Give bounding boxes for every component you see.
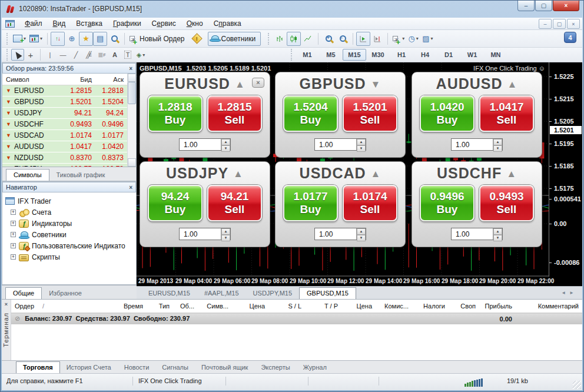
menu-insert[interactable]: Вставка [71,18,108,29]
column-comment[interactable]: Комментарий [516,300,582,313]
candlestick-button[interactable] [287,32,301,46]
column-ask[interactable]: Аск [95,76,127,83]
profiles-button[interactable]: ▾ [28,32,44,46]
spin-up-icon[interactable]: ▲ [357,228,366,235]
expand-icon[interactable] [11,243,16,248]
close-icon[interactable]: × [3,301,9,308]
sell-button[interactable]: 1.5201Sell [343,95,397,132]
column-symbol[interactable]: Симв... [198,300,232,313]
spin-up-icon[interactable]: ▲ [221,228,230,235]
new-order-button[interactable]: Новый Ордер [128,32,190,46]
buy-button[interactable]: 1.5204Buy [283,95,338,132]
column-commission[interactable]: Комис... [376,300,412,313]
tree-item-root[interactable]: IFX Trader [5,195,136,207]
column-sl[interactable]: S / L [268,300,305,313]
spin-down-icon[interactable]: ▼ [493,145,502,152]
timeframe-m15[interactable]: M15 [343,49,366,61]
terminal-toggle[interactable]: ▤ [93,32,107,46]
scrollbar-thumb[interactable] [128,82,136,104]
column-price2[interactable]: Цена [341,300,376,313]
bar-chart-button[interactable] [273,32,287,46]
timeframe-w1[interactable]: W1 [460,49,484,61]
spin-down-icon[interactable]: ▼ [221,235,230,241]
market-watch-toggle[interactable]: ↑↓ [51,32,65,46]
panel-title[interactable]: GBPUSD▼ [276,75,405,93]
chevron-down-icon[interactable]: ▾ [402,36,404,41]
notifications-badge[interactable]: 4 [564,32,576,43]
menu-file[interactable]: Файл [19,18,48,29]
timeframe-m1[interactable]: M1 [296,49,319,61]
resize-grip[interactable] [573,381,581,389]
column-taxes[interactable]: Налоги [412,300,449,313]
sell-button[interactable]: 1.0174Sell [343,185,397,221]
column-symbol[interactable]: Символ [2,76,61,83]
close-icon[interactable]: × [129,184,132,191]
menu-tools[interactable]: Сервис [147,18,181,29]
table-row[interactable]: ▼GBPUSD1.52011.5204 [2,97,127,108]
table-row[interactable]: ▼EURUSD1.28151.2818 [2,85,127,97]
tab-tick-chart[interactable]: Тиковый график [49,170,112,181]
tab-eurusd[interactable]: EURUSD,M15 [141,288,197,299]
horizontal-line-tool[interactable]: — [57,49,69,61]
timeframe-h4[interactable]: H4 [413,49,437,61]
table-row[interactable]: ▼USDCHF0.94930.9496 [2,119,127,130]
spin-down-icon[interactable]: ▼ [357,235,366,241]
tab-aapl[interactable]: #AAPL,M15 [197,288,246,299]
tab-experts[interactable]: Эксперты [254,362,296,373]
table-row[interactable]: ▼NZDUSD0.83700.8373 [2,152,127,164]
timeframe-d1[interactable]: D1 [437,49,460,61]
mdi-close-button[interactable]: × [567,19,580,29]
chevron-down-icon[interactable]: ▾ [142,52,145,58]
cursor-tool[interactable] [11,49,24,61]
volume-input[interactable]: 1.00▲▼ [179,138,231,151]
tab-gbpusd[interactable]: GBPUSD,M15 [299,287,356,299]
tab-usdjpy[interactable]: USDJPY,M15 [246,288,299,299]
arrows-tool[interactable]: ◈▾ [134,49,147,61]
trendline-tool[interactable]: ╱ [69,49,82,61]
text-label-tool[interactable]: T [121,49,134,61]
volume-input[interactable]: 1.00▲▼ [314,228,366,240]
strategy-tester-button[interactable] [107,32,121,46]
panel-title[interactable]: EURUSD▲ [140,75,270,93]
menu-window[interactable]: Окно [181,18,208,29]
spin-down-icon[interactable]: ▼ [221,145,230,152]
menu-view[interactable]: Вид [48,18,71,29]
tree-item-advisors[interactable]: Советники [5,229,136,240]
column-swap[interactable]: Своп [449,300,479,313]
buy-button[interactable]: 1.0420Buy [420,95,474,132]
column-price[interactable]: Цена [232,300,268,313]
column-tp[interactable]: T / P [305,300,341,313]
mdi-minimize-button[interactable]: – [539,19,552,29]
tree-item-indicators[interactable]: Индикаторы [5,218,136,229]
panel-title[interactable]: AUDUSD▲ [412,75,542,93]
close-icon[interactable]: × [129,65,132,72]
buy-button[interactable]: 1.2818Buy [148,95,203,132]
new-chart-button[interactable]: ▾ [11,32,28,46]
buy-button[interactable]: 0.9496Buy [420,185,474,221]
chart-area[interactable]: GBPUSD,M151.5203 1.5205 1.5189 1.5201 IF… [137,62,549,277]
smiley-icon[interactable]: ☺ [539,65,545,72]
minimize-button[interactable]: – [517,0,535,11]
buy-button[interactable]: 1.0177Buy [283,185,338,221]
tree-item-accounts[interactable]: Счета [5,207,136,218]
restore-button[interactable]: ▢ [535,0,552,11]
expand-icon[interactable] [11,254,16,260]
timeframe-mn[interactable]: MN [484,49,507,61]
chevron-down-icon[interactable]: ▾ [40,36,42,41]
chart-shift-button[interactable] [370,32,384,46]
volume-input[interactable]: 1.00▲▼ [314,138,366,151]
column-bid[interactable]: Бид [61,76,95,83]
text-tool[interactable]: A [108,49,121,61]
indicators-button[interactable]: ▾ [391,32,406,46]
table-row[interactable]: ▼USDJPY94.2194.24 [2,108,127,119]
metaeditor-button[interactable]: ! [190,32,204,46]
tree-item-custom-indicators[interactable]: Пользовательские Индикато [5,240,136,251]
sell-button[interactable]: 1.2815Sell [207,95,262,132]
spin-down-icon[interactable]: ▼ [493,235,502,241]
periods-button[interactable]: ◷▾ [406,32,420,46]
close-button[interactable]: × [553,0,579,11]
sell-button[interactable]: 94.21Sell [207,185,262,221]
close-icon[interactable]: × [252,78,264,88]
table-row[interactable]: ▼USDCAD1.01741.0177 [2,130,127,141]
volume-input[interactable]: 1.00▲▼ [451,228,503,240]
